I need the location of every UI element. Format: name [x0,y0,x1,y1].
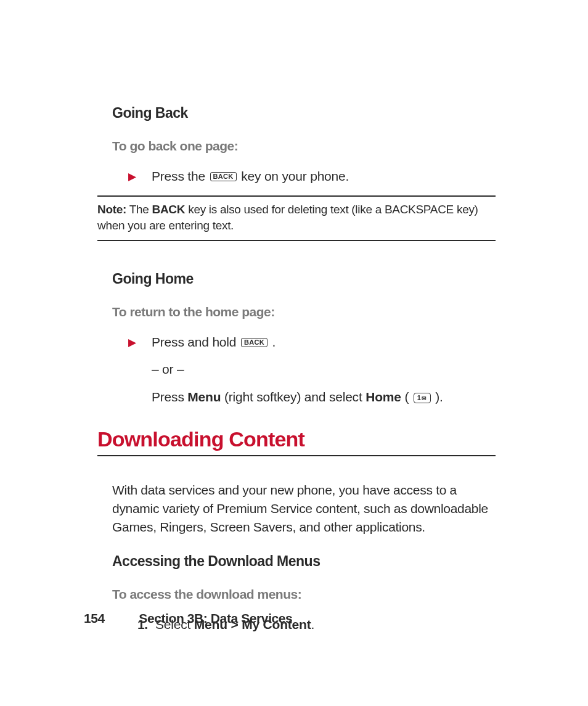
note-label: Note: [97,203,126,216]
subhead-return-home: To return to the home page: [112,305,496,319]
heading-downloading-content: Downloading Content [97,427,496,451]
note-box: Note: The BACK key is also used for dele… [97,195,496,240]
step-text: Press the BACK key on your phone. [152,167,349,186]
subhead-go-back: To go back one page: [112,139,496,154]
heading-going-home: Going Home [112,271,496,287]
heading-accessing-download: Accessing the Download Menus [112,553,496,570]
step-press-back: ▶ Press the BACK key on your phone. [128,167,496,186]
page-number: 154 [84,611,105,625]
one-key-icon: 1✉ [414,393,431,403]
bullet-icon: ▶ [128,335,152,351]
or-separator: – or – [152,360,496,379]
step-hold-back: ▶ Press and hold BACK . [128,333,496,351]
heading-rule [97,455,496,456]
intro-paragraph: With data services and your new phone, y… [112,481,496,536]
section-label: Section 3B: Data Services [139,611,292,625]
step-text: Press and hold BACK . [152,333,276,351]
subhead-access-download: To access the download menus: [112,587,496,602]
heading-going-back: Going Back [112,105,496,121]
page-footer: 154 Section 3B: Data Services [84,611,292,626]
step-menu-home: Press Menu (right softkey) and select Ho… [152,388,496,406]
back-key-icon: BACK [241,338,267,347]
bullet-icon: ▶ [128,170,152,185]
back-key-icon: BACK [210,172,237,181]
